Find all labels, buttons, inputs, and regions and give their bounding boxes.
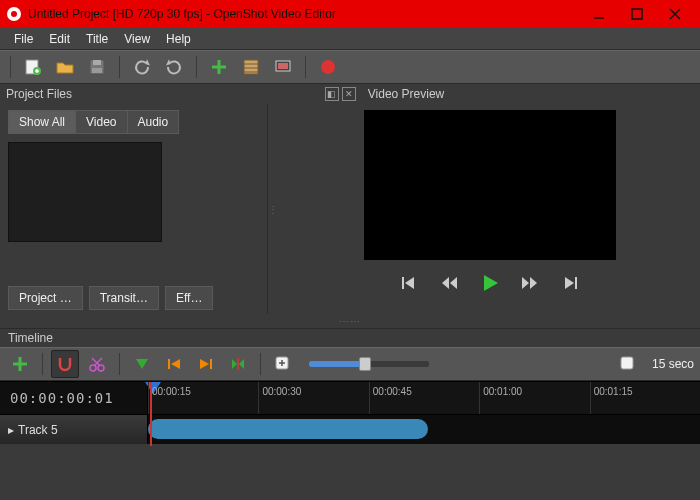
svg-marker-44	[239, 359, 244, 369]
open-project-icon[interactable]	[51, 53, 79, 81]
ruler-tick: 00:00:15	[152, 386, 191, 397]
svg-marker-42	[232, 359, 237, 369]
svg-rect-38	[168, 359, 170, 369]
timeline-ruler[interactable]: 00:00:15 00:00:30 00:00:45 00:01:00 00:0…	[148, 382, 700, 414]
svg-marker-40	[200, 359, 209, 369]
timeline-clip[interactable]	[148, 419, 428, 439]
svg-point-1	[11, 11, 17, 17]
menu-edit[interactable]: Edit	[41, 30, 78, 48]
filter-show-all[interactable]: Show All	[8, 110, 76, 134]
menubar: File Edit Title View Help	[0, 28, 700, 50]
track-area[interactable]	[148, 415, 700, 444]
svg-rect-11	[93, 60, 101, 65]
svg-rect-48	[621, 357, 633, 369]
ruler-tick: 00:00:45	[373, 386, 412, 397]
choose-profile-icon[interactable]	[237, 53, 265, 81]
timeline-area: 00:00:00:01 00:00:15 00:00:30 00:00:45 0…	[0, 381, 700, 444]
app-logo-icon	[6, 6, 22, 22]
panel-drag-handle[interactable]: ⋮	[268, 204, 279, 215]
fast-forward-icon[interactable]	[519, 272, 541, 294]
project-files-panel: Show All Video Audio Project … Transit… …	[0, 104, 268, 314]
ruler-tick: 00:01:00	[483, 386, 522, 397]
zoom-value: 15 seco	[652, 357, 694, 371]
svg-rect-20	[278, 63, 288, 69]
video-preview-label: Video Preview	[368, 87, 445, 101]
jump-start-icon[interactable]	[399, 272, 421, 294]
svg-marker-37	[136, 359, 148, 369]
svg-rect-22	[402, 277, 404, 289]
tab-effects[interactable]: Eff…	[165, 286, 213, 310]
new-project-icon[interactable]	[19, 53, 47, 81]
rewind-icon[interactable]	[439, 272, 461, 294]
zoom-slider[interactable]	[309, 361, 429, 367]
import-files-icon[interactable]	[205, 53, 233, 81]
snapping-icon[interactable]	[51, 350, 79, 378]
ruler-tick: 00:01:15	[594, 386, 633, 397]
svg-point-21	[321, 60, 335, 74]
video-preview-canvas[interactable]	[364, 110, 616, 260]
menu-file[interactable]: File	[6, 30, 41, 48]
center-playhead-icon[interactable]	[224, 350, 252, 378]
horizontal-drag-handle[interactable]: ⋯⋯	[339, 316, 361, 327]
save-project-icon[interactable]	[83, 53, 111, 81]
timecode-display[interactable]: 00:00:00:01	[0, 382, 148, 414]
zoom-tool-icon[interactable]	[269, 350, 297, 378]
undo-icon[interactable]	[128, 53, 156, 81]
play-icon[interactable]	[479, 272, 501, 294]
svg-marker-29	[565, 277, 574, 289]
menu-view[interactable]: View	[116, 30, 158, 48]
project-file-thumbnail[interactable]	[8, 142, 162, 242]
track-header[interactable]: ▸ Track 5	[0, 415, 148, 444]
window-title: Untitled Project [HD 720p 30 fps] - Open…	[28, 7, 580, 21]
video-preview-panel	[279, 104, 700, 314]
project-files-label: Project Files	[6, 87, 72, 101]
panel-close-icon[interactable]: ✕	[342, 87, 356, 101]
fullscreen-icon[interactable]	[269, 53, 297, 81]
svg-marker-26	[484, 275, 498, 291]
track-name: Track 5	[18, 423, 58, 437]
svg-marker-23	[405, 277, 414, 289]
playhead-line	[150, 382, 152, 446]
svg-marker-28	[530, 277, 537, 289]
filter-video[interactable]: Video	[76, 110, 127, 134]
svg-rect-3	[632, 9, 642, 19]
tab-project-files[interactable]: Project …	[8, 286, 83, 310]
add-marker-icon[interactable]	[128, 350, 156, 378]
filter-audio[interactable]: Audio	[128, 110, 180, 134]
svg-marker-27	[522, 277, 529, 289]
minimize-button[interactable]	[580, 0, 618, 28]
redo-icon[interactable]	[160, 53, 188, 81]
export-video-icon[interactable]	[314, 53, 342, 81]
ruler-tick: 00:00:30	[262, 386, 301, 397]
svg-rect-41	[210, 359, 212, 369]
svg-rect-30	[575, 277, 577, 289]
titlebar: Untitled Project [HD 720p 30 fps] - Open…	[0, 0, 700, 28]
panel-headers: Project Files ◧ ✕ Video Preview	[0, 84, 700, 104]
panel-detach-icon[interactable]: ◧	[325, 87, 339, 101]
svg-marker-24	[442, 277, 449, 289]
svg-marker-39	[171, 359, 180, 369]
razor-icon[interactable]	[83, 350, 111, 378]
menu-title[interactable]: Title	[78, 30, 116, 48]
transport-controls	[399, 272, 581, 294]
svg-marker-25	[450, 277, 457, 289]
jump-end-icon[interactable]	[559, 272, 581, 294]
maximize-button[interactable]	[618, 0, 656, 28]
add-track-icon[interactable]	[6, 350, 34, 378]
timeline-toolbar: 15 seco	[0, 347, 700, 381]
zoom-mode-icon[interactable]	[614, 350, 642, 378]
main-toolbar	[0, 50, 700, 84]
tab-transitions[interactable]: Transit…	[89, 286, 159, 310]
timeline-label: Timeline	[0, 328, 700, 347]
menu-help[interactable]: Help	[158, 30, 199, 48]
previous-marker-icon[interactable]	[160, 350, 188, 378]
next-marker-icon[interactable]	[192, 350, 220, 378]
close-button[interactable]	[656, 0, 694, 28]
svg-rect-12	[92, 68, 102, 73]
